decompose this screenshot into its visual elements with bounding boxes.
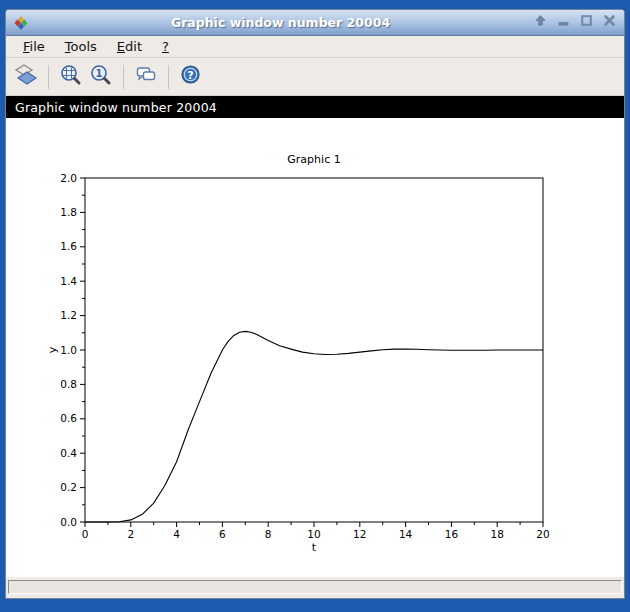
statusbar-area	[6, 577, 624, 598]
y-tick-label: 1.8	[60, 206, 77, 218]
window-title: Graphic window number 20004	[35, 15, 526, 30]
menu-item-file[interactable]: File	[13, 37, 55, 56]
graphic-editor-icon	[134, 63, 158, 91]
minimize-icon	[556, 13, 571, 32]
toolbar-separator	[123, 65, 124, 89]
svg-text:1: 1	[96, 67, 103, 78]
toolbar-button-zoom-area[interactable]	[56, 62, 86, 92]
toolbar-button-rotate[interactable]	[11, 62, 41, 92]
x-tick-label: 10	[307, 528, 320, 540]
scilab-icon	[13, 15, 29, 31]
x-tick-label: 0	[82, 528, 89, 540]
menu-item-tools[interactable]: Tools	[55, 37, 107, 56]
y-tick-label: 2.0	[60, 172, 77, 184]
y-tick-label: 1.0	[60, 344, 77, 356]
y-tick-label: 1.2	[60, 309, 77, 321]
toolbar-button-help[interactable]: ?	[176, 62, 206, 92]
zoom-original-icon: 1	[89, 63, 113, 91]
figure-canvas[interactable]: 024681012141618200.00.20.40.60.81.01.21.…	[6, 118, 624, 577]
zoom-area-icon	[59, 63, 83, 91]
toolbar-separator	[48, 65, 49, 89]
desktop-background: Graphic window number 20004 FileToolsEdi…	[0, 0, 630, 612]
minimize-button[interactable]	[555, 15, 571, 31]
toolbar-button-graphic-editor[interactable]	[131, 62, 161, 92]
close-icon	[602, 13, 617, 32]
y-tick-label: 1.4	[60, 275, 77, 287]
x-tick-label: 4	[173, 528, 180, 540]
y-tick-label: 0.4	[60, 447, 77, 459]
rotate-icon	[14, 63, 38, 91]
toolbar-button-zoom-original[interactable]: 1	[86, 62, 116, 92]
figure-name-bar: Graphic window number 20004	[6, 96, 624, 118]
chart-title: Graphic 1	[287, 153, 340, 166]
x-tick-label: 8	[265, 528, 272, 540]
window-controls	[532, 15, 617, 31]
menubar: FileToolsEdit?	[6, 36, 624, 58]
graphic-window: Graphic window number 20004 FileToolsEdi…	[5, 9, 625, 599]
y-tick-label: 0.2	[60, 481, 77, 493]
shade-button[interactable]	[532, 15, 548, 31]
plot-canvas: 024681012141618200.00.20.40.60.81.01.21.…	[6, 118, 624, 578]
menu-item-edit[interactable]: Edit	[107, 37, 152, 56]
help-icon: ?	[179, 63, 203, 91]
response-curve	[85, 331, 543, 522]
status-bar	[8, 580, 622, 594]
y-tick-label: 0.8	[60, 378, 77, 390]
toolbar: 1?	[6, 58, 624, 96]
svg-text:?: ?	[187, 68, 193, 81]
y-axis-label: y	[46, 346, 59, 353]
x-tick-label: 18	[491, 528, 504, 540]
close-button[interactable]	[601, 15, 617, 31]
toolbar-separator	[168, 65, 169, 89]
x-tick-label: 2	[127, 528, 134, 540]
x-axis-label: t	[312, 541, 317, 554]
maximize-icon	[579, 13, 594, 32]
y-tick-label: 0.6	[60, 412, 77, 424]
menu-item-help[interactable]: ?	[152, 37, 179, 56]
titlebar[interactable]: Graphic window number 20004	[6, 10, 624, 36]
x-tick-label: 6	[219, 528, 226, 540]
shade-icon	[533, 13, 548, 32]
figure-name-text: Graphic window number 20004	[15, 100, 217, 115]
x-tick-label: 16	[445, 528, 459, 540]
x-tick-label: 12	[353, 528, 366, 540]
x-tick-label: 20	[536, 528, 549, 540]
y-tick-label: 1.6	[60, 240, 77, 252]
x-tick-label: 14	[399, 528, 413, 540]
y-tick-label: 0.0	[60, 516, 77, 528]
maximize-button[interactable]	[578, 15, 594, 31]
